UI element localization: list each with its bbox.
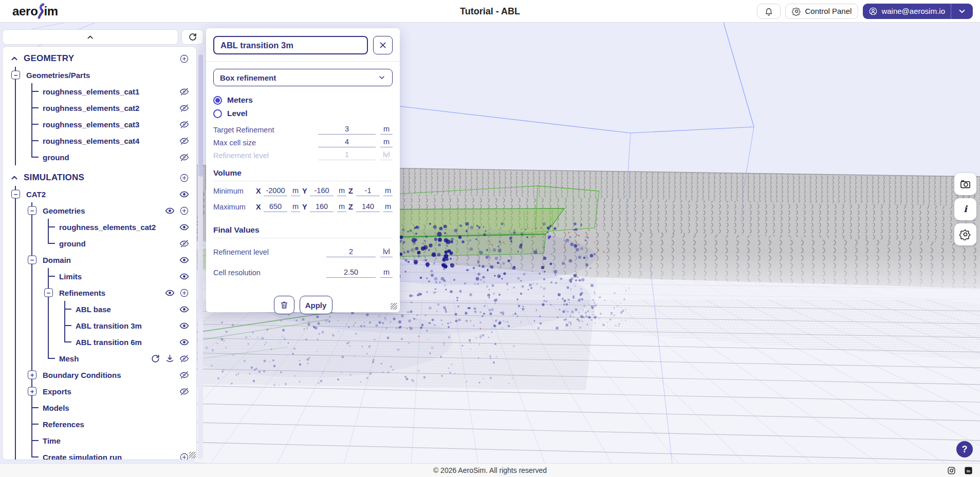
tree-scrollbar[interactable] [198,47,203,459]
tree-item-geometries-parts[interactable]: −Geometries/Parts [9,67,191,83]
tree-connector: − [25,202,42,219]
tree-item-sim-ground[interactable]: ground [9,235,191,252]
add-icon[interactable] [179,54,189,64]
volume-z-input[interactable]: -1 [356,186,380,196]
field-value-input[interactable]: 4 [318,138,376,147]
tree-item-abl-base[interactable]: ABL base [9,301,191,317]
collapse-toggle[interactable]: − [11,190,20,199]
aerosim-logo[interactable]: aero im [12,3,58,19]
tree-connector [9,83,25,100]
collapse-toggle[interactable]: − [44,289,53,297]
tree-item-cat2[interactable]: −CAT2 [9,186,191,202]
refinement-name-input[interactable] [213,36,368,54]
expand-toggle[interactable]: + [28,371,36,379]
user-menu-chevron[interactable] [951,7,973,16]
instagram-icon[interactable] [947,466,956,475]
add-icon[interactable] [179,452,189,461]
add-icon[interactable] [179,173,189,183]
sidebar-resize-handle[interactable] [189,452,196,459]
user-menu-button[interactable]: waine@aerosim.io [863,4,973,19]
visibility-off-icon[interactable] [179,239,189,249]
visibility-off-icon[interactable] [179,152,189,162]
close-button[interactable] [373,36,393,54]
tree-item-mesh[interactable]: Mesh [9,350,191,367]
visibility-icon[interactable] [179,321,189,331]
visibility-off-icon[interactable] [179,354,189,364]
unit-radio-level[interactable]: Level [213,107,393,120]
visibility-off-icon[interactable] [179,103,189,113]
visibility-off-icon[interactable] [179,120,189,129]
chevron-up-icon [86,33,95,42]
refinement-type-select[interactable]: Box refinement [213,69,393,86]
refresh-icon[interactable] [151,354,160,364]
tree-item-roughness-elements-cat4[interactable]: roughness_elements_cat4 [9,132,191,149]
download-icon[interactable] [165,354,175,364]
visibility-icon[interactable] [179,272,189,281]
tree-scrollbar-thumb[interactable] [198,54,203,177]
delete-refinement-button[interactable] [274,296,294,314]
tree-item-limits[interactable]: Limits [9,268,191,284]
volume-y-input[interactable]: -160 [310,186,334,196]
linkedin-icon[interactable]: in [964,466,973,475]
tree-item-roughness-elements-cat1[interactable]: roughness_elements_cat1 [9,83,191,100]
visibility-icon[interactable] [179,304,189,314]
collapse-toggle[interactable]: − [11,71,20,80]
chevron-up-icon[interactable] [10,54,19,63]
visibility-icon[interactable] [179,189,189,199]
tree-item-domain[interactable]: −Domain [9,252,191,268]
notifications-button[interactable] [757,4,781,19]
visibility-icon[interactable] [179,222,189,232]
tree-item-exports[interactable]: +Exports [9,383,191,399]
control-panel-button[interactable]: Control Panel [785,4,858,19]
field-value-input[interactable]: 3 [318,125,376,135]
help-button[interactable]: ? [956,441,973,457]
visibility-icon[interactable] [165,288,175,298]
tree-item-references[interactable]: References [9,416,191,432]
screenshot-tool-button[interactable] [954,173,976,195]
sidebar-collapse-bar[interactable] [2,29,178,45]
axis-label: X [256,187,264,195]
tree-item-simulations[interactable]: SIMULATIONS [9,169,191,186]
visibility-off-icon[interactable] [179,136,189,146]
collapse-toggle[interactable]: − [28,256,36,264]
apply-button[interactable]: Apply [300,296,332,314]
tree-item-abl-transition-3m[interactable]: ABL transition 3m [9,317,191,334]
refresh-icon [188,32,197,42]
visibility-icon[interactable] [165,206,175,216]
tree-item-boundary-conditions[interactable]: +Boundary Conditions [9,367,191,383]
tree-connector [25,449,42,460]
tree-item-models[interactable]: Models [9,399,191,416]
volume-z-input[interactable]: 140 [356,202,380,212]
modal-resize-handle[interactable] [391,303,397,310]
add-icon[interactable] [179,288,189,298]
viewport-settings-button[interactable] [954,223,976,245]
visibility-icon[interactable] [179,255,189,265]
field-value-input[interactable]: 1 [318,150,376,160]
visibility-off-icon[interactable] [179,87,189,97]
add-icon[interactable] [179,206,189,216]
visibility-icon[interactable] [179,337,189,347]
tree-item-time[interactable]: Time [9,432,191,449]
tree-item-roughness-elements-cat3[interactable]: roughness_elements_cat3 [9,116,191,132]
field-unit: lvl [380,150,393,160]
collapse-toggle[interactable]: − [28,206,36,215]
visibility-off-icon[interactable] [179,387,189,396]
tree-item-sim-roughness-elements-cat2[interactable]: roughness_elements_cat2 [9,219,191,235]
volume-x-input[interactable]: 650 [264,202,287,212]
tree-item-refinements[interactable]: −Refinements [9,284,191,301]
expand-toggle[interactable]: + [28,387,36,396]
chevron-up-icon[interactable] [10,173,19,182]
tree-item-roughness-elements-cat2[interactable]: roughness_elements_cat2 [9,100,191,116]
visibility-off-icon[interactable] [179,370,189,380]
tree-item-create-simulation-run[interactable]: Create simulation run [9,449,191,460]
tree-item-geometry[interactable]: GEOMETRY [9,50,191,67]
volume-x-input[interactable]: -2000 [264,186,287,196]
volume-y-input[interactable]: 160 [310,202,334,212]
tree-item-abl-transition-6m[interactable]: ABL transition 6m [9,334,191,350]
info-tool-button[interactable]: i [954,198,976,220]
tree-connector [25,132,42,149]
tree-item-ground[interactable]: ground [9,149,191,165]
tree-item-sim-geometries[interactable]: −Geometries [9,202,191,219]
tree-refresh-button[interactable] [181,29,204,45]
unit-radio-meters[interactable]: Meters [213,93,393,107]
